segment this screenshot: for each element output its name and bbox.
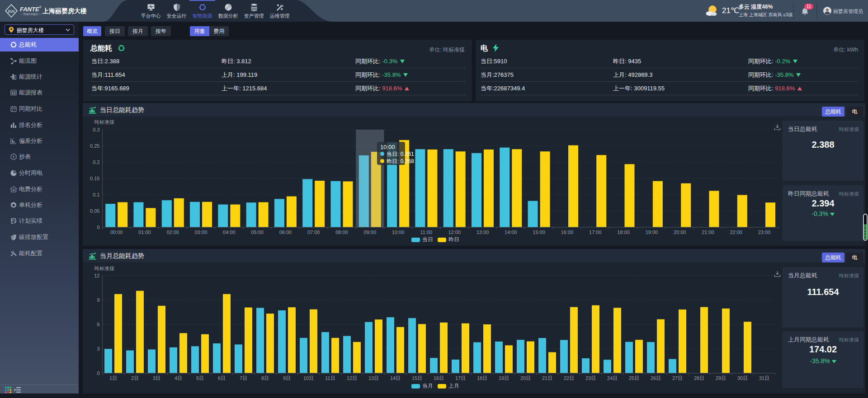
svg-text:6日: 6日: [218, 375, 226, 381]
svg-text:9: 9: [97, 297, 99, 303]
svg-text:10:00: 10:00: [392, 229, 405, 235]
svg-text:08:00: 08:00: [335, 229, 348, 235]
svg-text:19:00: 19:00: [646, 229, 658, 235]
svg-text:29日: 29日: [716, 375, 726, 381]
svg-text:25日: 25日: [629, 375, 639, 381]
svg-text:10日: 10日: [303, 375, 314, 381]
svg-text:11日: 11日: [325, 375, 335, 381]
svg-text:19日: 19日: [499, 375, 509, 381]
svg-text:13日: 13日: [368, 375, 379, 381]
svg-text:07:00: 07:00: [307, 229, 320, 235]
svg-text:18:00: 18:00: [617, 229, 630, 235]
svg-text:06:00: 06:00: [279, 229, 292, 235]
svg-text:02:00: 02:00: [166, 229, 179, 235]
svg-text:21日: 21日: [542, 375, 552, 381]
svg-text:09:00: 09:00: [364, 229, 377, 235]
svg-text:18日: 18日: [477, 375, 487, 381]
svg-text:5日: 5日: [196, 375, 204, 381]
svg-text:24日: 24日: [607, 375, 618, 381]
svg-text:23:00: 23:00: [758, 229, 771, 235]
svg-text:13:00: 13:00: [476, 229, 489, 235]
svg-text:14:00: 14:00: [505, 229, 517, 235]
svg-text:3日: 3日: [153, 375, 160, 381]
svg-text:23日: 23日: [585, 375, 596, 381]
svg-text:15日: 15日: [412, 375, 422, 381]
svg-text:31日: 31日: [759, 375, 769, 381]
svg-text:27日: 27日: [672, 375, 683, 381]
svg-text:16日: 16日: [434, 375, 444, 381]
svg-text:1日: 1日: [109, 375, 117, 381]
svg-text:14日: 14日: [390, 375, 401, 381]
svg-text:12: 12: [94, 273, 99, 278]
svg-text:7日: 7日: [240, 375, 247, 381]
svg-text:0.25: 0.25: [90, 143, 99, 149]
svg-text:00:00: 00:00: [110, 229, 123, 235]
svg-text:21:00: 21:00: [702, 229, 714, 235]
svg-text:风特: 风特: [8, 9, 15, 14]
svg-text:吨标准煤: 吨标准煤: [94, 119, 114, 125]
svg-text:0.3: 0.3: [93, 127, 99, 132]
svg-text:20日: 20日: [520, 375, 531, 381]
svg-text:17日: 17日: [455, 375, 466, 381]
svg-text:01:00: 01:00: [138, 229, 151, 235]
svg-text:04:00: 04:00: [223, 229, 236, 235]
svg-text:0.05: 0.05: [90, 208, 99, 214]
svg-text:17:00: 17:00: [589, 229, 602, 235]
svg-text:2日: 2日: [131, 375, 139, 381]
svg-text:0.1: 0.1: [93, 192, 99, 197]
svg-text:16:00: 16:00: [561, 229, 574, 235]
svg-text:0.2: 0.2: [93, 159, 99, 165]
svg-text:15:00: 15:00: [533, 229, 545, 235]
svg-text:0.15: 0.15: [90, 176, 99, 181]
svg-text:20:00: 20:00: [674, 229, 686, 235]
svg-text:吨标准煤: 吨标准煤: [94, 266, 114, 271]
svg-text:22:00: 22:00: [730, 229, 742, 235]
svg-text:12日: 12日: [347, 375, 357, 381]
svg-text:22日: 22日: [564, 375, 574, 381]
svg-text:11:00: 11:00: [420, 229, 433, 235]
svg-text:9日: 9日: [283, 375, 291, 381]
svg-text:03:00: 03:00: [195, 229, 208, 235]
svg-text:28日: 28日: [694, 375, 704, 381]
svg-text:26日: 26日: [651, 375, 661, 381]
svg-text:3: 3: [97, 346, 99, 351]
svg-text:0: 0: [97, 370, 99, 376]
svg-text:6: 6: [97, 322, 99, 327]
svg-text:12:00: 12:00: [448, 229, 461, 235]
svg-text:8日: 8日: [261, 375, 269, 381]
svg-text:4日: 4日: [175, 375, 182, 381]
svg-text:30日: 30日: [737, 375, 748, 381]
svg-text:05:00: 05:00: [251, 229, 264, 235]
svg-text:0: 0: [97, 225, 99, 230]
